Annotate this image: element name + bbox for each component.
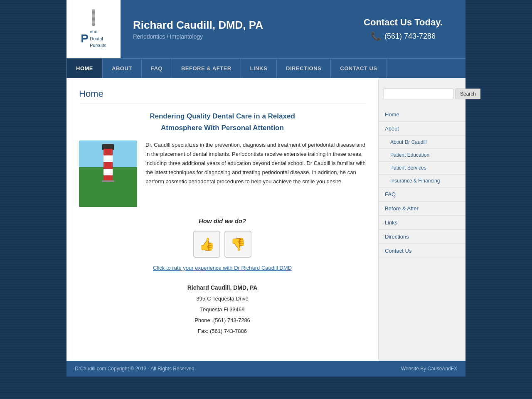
lighthouse-ground — [79, 182, 137, 207]
contact-info: Richard Caudill, DMD, PA 395-C Tequesta … — [79, 282, 366, 337]
rating-link[interactable]: Click to rate your experience with Dr Ri… — [153, 265, 292, 271]
main-wrapper: Home Rendering Quality Dental Care in a … — [66, 78, 466, 361]
sidebar-item-about-dr[interactable]: About Dr Caudill — [379, 136, 466, 149]
search-button[interactable]: Search — [456, 89, 480, 99]
footer-credit: Website By CauseAndFX — [401, 366, 457, 372]
sidebar-item-directions[interactable]: Directions — [379, 230, 466, 244]
thumbs-down-icon: 👎 — [230, 237, 246, 251]
search-input[interactable] — [384, 89, 453, 99]
thumbs-down-button[interactable]: 👎 — [224, 231, 251, 258]
nav-about[interactable]: ABOUT — [103, 59, 142, 78]
body-text: Dr. Caudill specializes in the preventio… — [145, 140, 366, 207]
rating-section: How did we do? 👍 👎 Click to rate your ex… — [79, 217, 366, 271]
search-area: Search — [379, 84, 466, 103]
sidebar-item-insurance[interactable]: Insurance & Financing — [379, 175, 466, 187]
sidebar: Search Home About About Dr Caudill Patie… — [378, 78, 466, 361]
navigation: HOME ABOUT FAQ BEFORE & AFTER LINKS DIRE… — [66, 58, 466, 78]
logo-words: erio Dontal Pursuits — [90, 28, 106, 49]
sidebar-item-home[interactable]: Home — [379, 108, 466, 122]
contact-address2: Tequesta Fl 33469 — [79, 304, 366, 315]
footer: DrCaudill.com Copyright © 2013 - All Rig… — [66, 361, 466, 377]
contact-phone: Phone: (561) 743-7286 — [79, 315, 366, 326]
contact-header-phone: 📞 (561) 743-7286 — [371, 31, 436, 41]
content-area: Home Rendering Quality Dental Care in a … — [66, 78, 378, 361]
phone-icon: 📞 — [371, 31, 381, 41]
content-body: Dr. Caudill specializes in the preventio… — [79, 140, 366, 207]
logo-line1: erio — [90, 29, 97, 34]
nav-before-after[interactable]: BEFORE & AFTER — [172, 59, 241, 78]
site-title: Richard Caudill, DMD, PA — [133, 19, 328, 32]
site-subtitle: Periodontics / Implantology — [133, 33, 328, 40]
nav-contact[interactable]: CONTACT US — [331, 59, 387, 78]
contact-address1: 395-C Tequesta Drive — [79, 293, 366, 304]
header-phone-number: (561) 743-7286 — [384, 32, 436, 41]
nav-home[interactable]: HOME — [66, 59, 103, 78]
contact-header-title: Contact Us Today. — [364, 17, 443, 28]
logo-line2: Dontal — [90, 36, 103, 41]
sidebar-item-faq[interactable]: FAQ — [379, 187, 466, 202]
sidebar-item-patient-education[interactable]: Patient Education — [379, 149, 466, 162]
lighthouse-tower — [103, 149, 113, 182]
rating-title: How did we do? — [79, 217, 366, 224]
page-title: Home — [79, 89, 366, 104]
nav-directions[interactable]: DIRECTIONS — [277, 59, 331, 78]
main-heading: Rendering Quality Dental Care in a Relax… — [79, 112, 366, 121]
thumbs-up-icon: 👍 — [199, 237, 214, 251]
sidebar-item-before-after[interactable]: Before & After — [379, 202, 466, 216]
logo-line3: Pursuits — [90, 43, 106, 48]
contact-fax: Fax: (561) 743-7886 — [79, 326, 366, 337]
thumbs-up-button[interactable]: 👍 — [193, 231, 220, 258]
sidebar-item-patient-services[interactable]: Patient Services — [379, 162, 466, 175]
title-area: Richard Caudill, DMD, PA Periodontics / … — [121, 0, 341, 58]
sidebar-item-contact[interactable]: Contact Us — [379, 244, 466, 258]
contact-header: Contact Us Today. 📞 (561) 743-7286 — [341, 0, 466, 58]
nav-faq[interactable]: FAQ — [142, 59, 172, 78]
logo-wrapper: P erio Dontal Pursuits — [81, 28, 106, 49]
sidebar-item-about[interactable]: About — [379, 122, 466, 136]
nav-links[interactable]: LINKS — [241, 59, 277, 78]
footer-copyright: DrCaudill.com Copyright © 2013 - All Rig… — [75, 366, 195, 372]
lighthouse-image — [79, 140, 137, 207]
logo-implant-icon — [92, 9, 95, 26]
sub-heading: Atmosphere With Personal Attention — [79, 124, 366, 132]
logo-area: P erio Dontal Pursuits — [66, 0, 121, 58]
contact-name: Richard Caudill, DMD, PA — [79, 282, 366, 293]
sidebar-item-links[interactable]: Links — [379, 216, 466, 230]
logo-letter: P — [81, 33, 89, 44]
thumbs-container: 👍 👎 — [79, 231, 366, 258]
header: P erio Dontal Pursuits Richard Caudill, … — [66, 0, 466, 58]
